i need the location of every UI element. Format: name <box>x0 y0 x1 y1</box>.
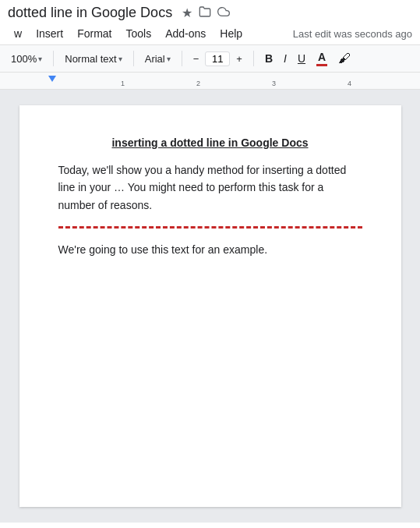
ruler-mark-1: 1 <box>121 80 125 87</box>
font-size-group: − + <box>189 51 247 67</box>
italic-button[interactable]: I <box>279 50 291 67</box>
style-group: Normal text ▾ <box>60 51 126 67</box>
font-color-button[interactable]: A <box>312 48 332 69</box>
folder-icon[interactable] <box>199 5 211 21</box>
toolbar: 100% ▾ Normal text ▾ Arial ▾ − + B I U A <box>0 44 420 73</box>
underline-button[interactable]: U <box>293 50 310 67</box>
font-color-bar <box>316 64 327 66</box>
document-heading: inserting a dotted line in Google Docs <box>58 136 362 149</box>
document-page: inserting a dotted line in Google Docs T… <box>19 105 401 507</box>
bold-button[interactable]: B <box>260 50 277 67</box>
separator-1 <box>53 51 54 66</box>
font-dropdown-arrow: ▾ <box>167 55 171 63</box>
menu-item-help[interactable]: Help <box>214 24 249 43</box>
tab-marker <box>48 76 56 82</box>
zoom-selector[interactable]: 100% ▾ <box>6 51 47 67</box>
menu-item-file[interactable]: w <box>8 24 28 43</box>
document-title[interactable]: dotted line in Google Docs <box>8 5 172 21</box>
font-size-decrement-button[interactable]: − <box>189 51 204 67</box>
dotted-line <box>58 226 362 229</box>
font-group: Arial ▾ <box>140 51 175 67</box>
menu-bar: w Insert Format Tools Add-ons Help Last … <box>0 23 420 44</box>
font-color-letter: A <box>318 51 326 63</box>
font-color-indicator: A <box>316 51 327 66</box>
font-label: Arial <box>145 53 165 65</box>
font-selector[interactable]: Arial ▾ <box>140 51 175 67</box>
document-paragraph-2: We're going to use this text for an exam… <box>58 241 362 258</box>
menu-item-tools[interactable]: Tools <box>119 24 157 43</box>
menu-item-insert[interactable]: Insert <box>30 24 69 43</box>
separator-4 <box>253 51 254 66</box>
ruler-mark-4: 4 <box>348 80 351 87</box>
last-edit-status: Last edit was seconds ago <box>293 28 412 40</box>
document-area: inserting a dotted line in Google Docs T… <box>0 90 420 523</box>
ruler-mark-3: 3 <box>272 80 276 87</box>
title-icons: ★ <box>182 5 230 21</box>
text-format-group: B I U A 🖌 <box>260 48 355 69</box>
ruler: 1 2 3 4 <box>0 73 420 90</box>
zoom-group: 100% ▾ <box>6 51 47 67</box>
document-paragraph-1: Today, we'll show you a handy method for… <box>58 161 362 214</box>
style-dropdown-arrow: ▾ <box>118 55 122 63</box>
paragraph-style-selector[interactable]: Normal text ▾ <box>60 51 126 67</box>
font-size-input[interactable] <box>205 51 230 66</box>
menu-item-format[interactable]: Format <box>71 24 118 43</box>
font-size-increment-button[interactable]: + <box>231 51 247 67</box>
zoom-value: 100% <box>11 53 37 65</box>
separator-3 <box>182 51 182 66</box>
menu-item-addons[interactable]: Add-ons <box>159 24 212 43</box>
zoom-dropdown-arrow: ▾ <box>38 55 42 63</box>
star-icon[interactable]: ★ <box>182 5 192 20</box>
ruler-mark-2: 2 <box>196 80 200 87</box>
paragraph-style-label: Normal text <box>65 53 116 65</box>
highlight-button[interactable]: 🖌 <box>334 49 355 68</box>
paint-icon: 🖌 <box>338 51 351 66</box>
cloud-icon[interactable] <box>217 5 230 21</box>
separator-2 <box>133 51 134 66</box>
title-bar: dotted line in Google Docs ★ <box>0 0 420 23</box>
